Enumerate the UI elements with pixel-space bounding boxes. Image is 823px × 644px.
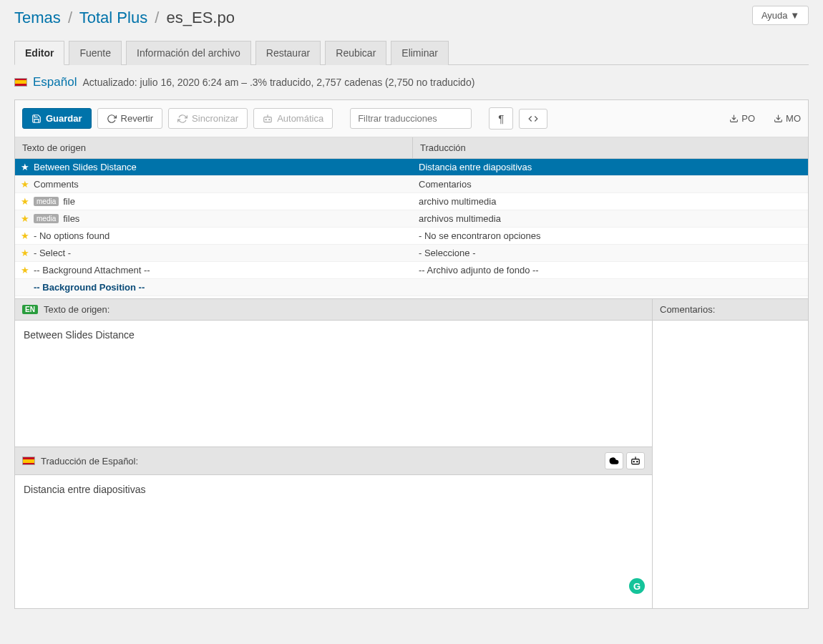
breadcrumb-theme[interactable]: Total Plus bbox=[79, 9, 147, 26]
tab-eliminar[interactable]: Eliminar bbox=[391, 41, 449, 65]
help-button[interactable]: Ayuda ▼ bbox=[752, 6, 809, 25]
tab-reubicar[interactable]: Reubicar bbox=[325, 41, 386, 65]
table-row[interactable]: -- Background Repeat -- bbox=[15, 296, 808, 298]
table-row[interactable]: ★-- Background Attachment ---- Archivo a… bbox=[15, 262, 808, 279]
info-row: Español Actualizado: julio 16, 2020 6:24… bbox=[14, 65, 809, 99]
tab-restaurar[interactable]: Restaurar bbox=[255, 41, 321, 65]
comments-input[interactable] bbox=[653, 321, 808, 608]
download-icon bbox=[774, 114, 783, 123]
download-po[interactable]: PO bbox=[729, 113, 755, 124]
robot-icon bbox=[263, 114, 273, 124]
save-button[interactable]: Guardar bbox=[22, 108, 92, 129]
language-name[interactable]: Español bbox=[33, 75, 77, 89]
tab-información-del-archivo[interactable]: Información del archivo bbox=[126, 41, 251, 65]
table-row[interactable]: ★mediafilearchivo multimedia bbox=[15, 193, 808, 210]
svg-point-8 bbox=[637, 462, 638, 462]
source-text: - Select - bbox=[34, 248, 71, 258]
filter-input[interactable] bbox=[350, 108, 472, 129]
table-row[interactable]: ★CommentsComentarios bbox=[15, 176, 808, 193]
toolbar: Guardar Revertir Sincronizar Automática … bbox=[15, 100, 808, 137]
sync-button[interactable]: Sincronizar bbox=[168, 108, 248, 129]
revert-button[interactable]: Revertir bbox=[97, 108, 163, 129]
translation-text: Distancia entre diapositivas bbox=[413, 159, 808, 175]
table-row[interactable]: -- Background Position -- bbox=[15, 279, 808, 296]
star-icon: ★ bbox=[21, 162, 29, 172]
translation-rows[interactable]: ★Between Slides DistanceDistancia entre … bbox=[15, 159, 808, 298]
header-source: Texto de origen bbox=[15, 137, 413, 158]
download-mo[interactable]: MO bbox=[774, 113, 801, 124]
svg-point-7 bbox=[633, 462, 634, 462]
tab-editor[interactable]: Editor bbox=[14, 41, 64, 65]
translation-text: archivos multimedia bbox=[413, 210, 808, 227]
code-button[interactable] bbox=[519, 109, 547, 129]
breadcrumb: Temas / Total Plus / es_ES.po bbox=[14, 0, 809, 40]
download-icon bbox=[729, 114, 739, 123]
source-text: Between Slides Distance bbox=[15, 321, 652, 447]
source-text: -- Background Attachment -- bbox=[34, 265, 150, 275]
robot-button[interactable] bbox=[626, 452, 645, 469]
pilcrow-icon: ¶ bbox=[498, 112, 504, 125]
panels: EN Texto de origen: Between Slides Dista… bbox=[15, 298, 808, 608]
header-translation: Traducción bbox=[413, 137, 808, 158]
source-text: Between Slides Distance bbox=[34, 162, 137, 172]
table-row[interactable]: ★- No options found- No se encontraron o… bbox=[15, 228, 808, 245]
svg-rect-0 bbox=[264, 117, 272, 122]
translation-text: Comentarios bbox=[413, 176, 808, 192]
svg-rect-6 bbox=[632, 459, 640, 464]
sync-icon bbox=[177, 114, 188, 124]
en-badge: EN bbox=[22, 305, 38, 314]
source-text: file bbox=[63, 196, 75, 207]
table-row[interactable]: ★mediafilesarchivos multimedia bbox=[15, 210, 808, 228]
grammarly-icon[interactable]: G bbox=[629, 578, 645, 594]
meta-text: Actualizado: julio 16, 2020 6:24 am – .3… bbox=[82, 77, 474, 88]
breadcrumb-root[interactable]: Temas bbox=[14, 9, 61, 26]
revert-icon bbox=[107, 114, 117, 124]
table-row[interactable]: ★- Select -- Seleccione - bbox=[15, 245, 808, 262]
translation-text: -- Archivo adjunto de fondo -- bbox=[413, 262, 808, 278]
table-headers: Texto de origen Traducción bbox=[15, 137, 808, 159]
auto-button[interactable]: Automática bbox=[253, 108, 333, 129]
translation-text: - No se encontraron opciones bbox=[413, 228, 808, 244]
save-icon bbox=[31, 114, 42, 124]
translation-text bbox=[413, 296, 808, 298]
svg-point-1 bbox=[266, 119, 266, 119]
tabs: EditorFuenteInformación del archivoResta… bbox=[14, 40, 809, 65]
translation-panel-head: Traducción de Español: bbox=[15, 447, 652, 475]
breadcrumb-file: es_ES.po bbox=[167, 9, 235, 26]
tab-fuente[interactable]: Fuente bbox=[69, 41, 122, 65]
cloud-icon bbox=[609, 456, 619, 466]
star-icon: ★ bbox=[21, 248, 29, 258]
context-badge: media bbox=[34, 197, 59, 206]
star-icon: ★ bbox=[21, 196, 29, 207]
star-icon: ★ bbox=[21, 265, 29, 275]
flag-icon bbox=[14, 78, 27, 87]
star-icon: ★ bbox=[21, 179, 29, 190]
source-text: files bbox=[63, 213, 79, 224]
translation-text: - Seleccione - bbox=[413, 245, 808, 261]
comments-panel-head: Comentarios: bbox=[653, 299, 808, 321]
flag-icon bbox=[22, 457, 35, 465]
translation-text: archivo multimedia bbox=[413, 193, 808, 210]
robot-icon bbox=[630, 456, 641, 466]
editor-box: Guardar Revertir Sincronizar Automática … bbox=[14, 99, 809, 609]
source-text: -- Background Position -- bbox=[34, 282, 145, 293]
svg-point-2 bbox=[269, 119, 270, 119]
source-panel-head: EN Texto de origen: bbox=[15, 299, 652, 321]
source-text: Comments bbox=[34, 179, 79, 190]
star-icon: ★ bbox=[21, 230, 29, 241]
table-row[interactable]: ★Between Slides DistanceDistancia entre … bbox=[15, 159, 808, 176]
star-icon: ★ bbox=[21, 213, 29, 224]
cloud-button[interactable] bbox=[605, 452, 623, 469]
pilcrow-button[interactable]: ¶ bbox=[489, 107, 513, 130]
context-badge: media bbox=[34, 214, 59, 223]
code-icon bbox=[528, 114, 538, 124]
source-text: - No options found bbox=[34, 230, 109, 241]
translation-input[interactable]: Distancia entre diapositivas G bbox=[15, 475, 652, 601]
translation-text bbox=[413, 279, 808, 296]
